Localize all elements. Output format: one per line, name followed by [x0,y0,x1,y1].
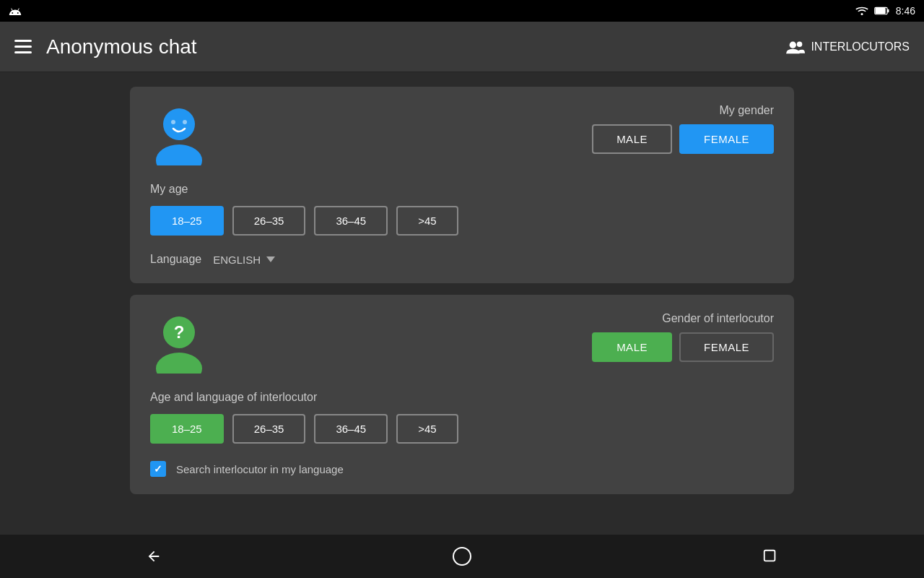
interlocutor-card: ? Gender of interlocutor MALE FEMALE Age… [130,295,794,494]
interlocutor-avatar-container: ? [150,312,208,376]
main-content: My gender MALE FEMALE My age 18–25 26–35… [0,72,924,535]
svg-point-4 [790,41,796,48]
my-profile-card: My gender MALE FEMALE My age 18–25 26–35… [130,87,794,283]
svg-rect-14 [764,551,775,561]
language-dropdown[interactable]: ENGLISH [213,254,275,266]
my-age-buttons: 18–25 26–35 36–45 >45 [150,206,774,236]
svg-text:?: ? [174,322,185,342]
interlocutor-gender-label: Gender of interlocutor [225,312,774,325]
svg-point-6 [163,108,195,140]
checkmark-icon: ✓ [154,463,162,475]
interlocutors-icon [786,40,805,54]
my-male-button[interactable]: MALE [592,124,672,154]
svg-rect-3 [875,8,885,14]
battery-icon [874,6,890,16]
my-female-button[interactable]: FEMALE [679,124,774,154]
app-bar-left: Anonymous chat [14,35,197,59]
svg-point-0 [860,13,863,15]
svg-point-9 [183,120,187,124]
my-age-45plus[interactable]: >45 [396,206,458,236]
search-language-checkbox[interactable]: ✓ [150,461,166,477]
interlocutor-gender-buttons: MALE FEMALE [225,332,774,362]
my-avatar-container [150,104,208,168]
interlocutors-button[interactable]: INTERLOCUTORS [786,40,910,54]
my-age-36-45[interactable]: 36–45 [314,206,388,236]
interlocutor-age-45plus[interactable]: >45 [396,414,458,444]
status-bar-left [9,4,22,17]
hamburger-menu-button[interactable] [14,40,32,53]
interlocutor-female-button[interactable]: FEMALE [679,332,774,362]
app-title: Anonymous chat [46,35,197,59]
status-bar: 8:46 [0,0,924,22]
my-gender-label: My gender [225,104,774,117]
back-arrow-icon [146,548,162,564]
interlocutor-age-buttons: 18–25 26–35 36–45 >45 [150,414,774,444]
my-age-label: My age [150,183,774,196]
recent-nav-button[interactable] [733,540,807,573]
my-gender-section: My gender MALE FEMALE [225,104,774,154]
search-language-label: Search interlocutor in my language [176,463,344,475]
wifi-icon [855,6,868,16]
chevron-down-icon [266,256,275,262]
svg-point-5 [797,41,802,46]
bottom-nav [0,535,924,578]
interlocutor-male-button[interactable]: MALE [592,332,672,362]
svg-point-11 [156,353,202,374]
user-avatar-blue-icon [150,104,208,165]
interlocutor-profile-section: ? Gender of interlocutor MALE FEMALE [150,312,774,376]
search-language-row: ✓ Search interlocutor in my language [150,461,774,477]
svg-point-13 [453,548,471,565]
interlocutor-age-label: Age and language of interlocutor [150,391,774,404]
home-nav-button[interactable] [424,538,500,574]
svg-point-8 [171,120,175,124]
svg-point-7 [156,144,202,165]
interlocutors-label: INTERLOCUTORS [811,40,910,53]
interlocutor-age-36-45[interactable]: 36–45 [314,414,388,444]
interlocutor-age-18-25[interactable]: 18–25 [150,414,224,444]
profile-section: My gender MALE FEMALE [150,104,774,168]
my-age-26-35[interactable]: 26–35 [232,206,306,236]
back-nav-button[interactable] [117,540,191,573]
svg-rect-2 [887,9,889,13]
user-avatar-green-icon: ? [150,312,208,374]
status-time: 8:46 [896,5,915,17]
my-gender-buttons: MALE FEMALE [225,124,774,154]
language-value: ENGLISH [213,254,261,266]
android-icon [9,4,22,17]
language-row: Language ENGLISH [150,253,774,266]
recent-apps-icon [762,548,778,564]
status-bar-right: 8:46 [855,5,915,17]
interlocutor-gender-section: Gender of interlocutor MALE FEMALE [225,312,774,362]
home-circle-icon [453,547,471,566]
my-age-18-25[interactable]: 18–25 [150,206,224,236]
language-label: Language [150,253,201,266]
interlocutor-age-26-35[interactable]: 26–35 [232,414,306,444]
app-bar: Anonymous chat INTERLOCUTORS [0,22,924,72]
